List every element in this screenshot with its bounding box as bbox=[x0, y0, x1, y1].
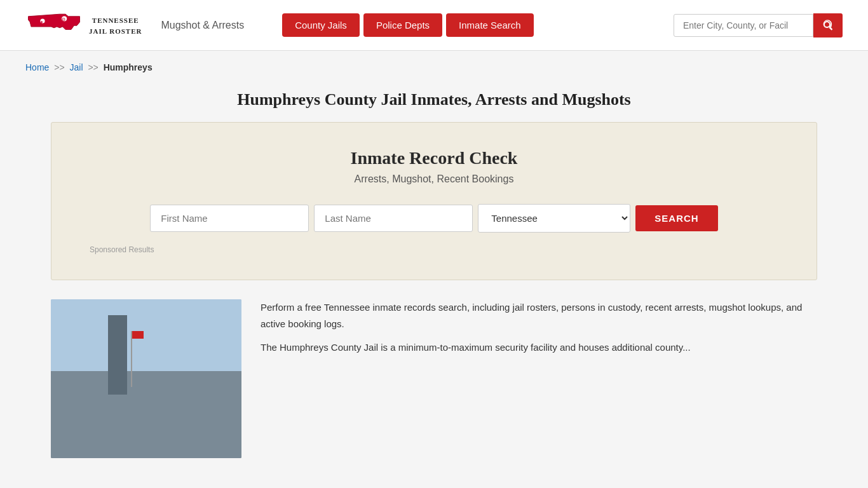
breadcrumb-sep1: >> bbox=[54, 62, 64, 72]
record-search-form: Tennessee Alabama Arkansas Georgia Kentu… bbox=[90, 204, 778, 233]
flag bbox=[132, 331, 144, 339]
search-icon bbox=[822, 20, 834, 31]
county-jails-button[interactable]: County Jails bbox=[282, 13, 360, 37]
first-name-input[interactable] bbox=[150, 205, 309, 232]
svg-text:⚙: ⚙ bbox=[62, 17, 65, 22]
site-header: ✦ ⚙ TENNESSEE JAIL ROSTER Mugshot & Arre… bbox=[0, 0, 868, 51]
inmate-record-check-box: Inmate Record Check Arrests, Mugshot, Re… bbox=[51, 122, 817, 280]
police-depts-button[interactable]: Police Depts bbox=[363, 13, 442, 37]
state-select[interactable]: Tennessee Alabama Arkansas Georgia Kentu… bbox=[478, 204, 630, 233]
flag-pole bbox=[131, 331, 132, 387]
logo-text-block: TENNESSEE JAIL ROSTER bbox=[89, 15, 142, 36]
last-name-input[interactable] bbox=[314, 205, 473, 232]
svg-text:✦: ✦ bbox=[40, 20, 43, 24]
header-search-input[interactable] bbox=[674, 14, 813, 37]
breadcrumb-home-link[interactable]: Home bbox=[25, 62, 49, 72]
logo-line1: TENNESSEE bbox=[89, 16, 142, 25]
breadcrumb-sep2: >> bbox=[88, 62, 98, 72]
content-paragraph-1: Perform a free Tennessee inmate records … bbox=[261, 299, 817, 332]
breadcrumb-current: Humphreys bbox=[104, 62, 153, 72]
record-check-subtitle: Arrests, Mugshot, Recent Bookings bbox=[90, 173, 778, 185]
content-text-area: Perform a free Tennessee inmate records … bbox=[261, 299, 817, 363]
jail-building-image bbox=[51, 299, 241, 458]
main-nav: County Jails Police Depts Inmate Search bbox=[282, 13, 533, 37]
breadcrumb-jail-link[interactable]: Jail bbox=[70, 62, 83, 72]
inmate-search-button[interactable]: Inmate Search bbox=[446, 13, 534, 37]
breadcrumb: Home >> Jail >> Humphreys bbox=[0, 51, 868, 84]
content-section: Perform a free Tennessee inmate records … bbox=[0, 299, 868, 484]
building-illustration bbox=[51, 299, 241, 458]
record-search-button[interactable]: SEARCH bbox=[635, 205, 717, 231]
sponsored-label: Sponsored Results bbox=[90, 245, 778, 254]
state-shape-icon: ✦ ⚙ bbox=[25, 10, 83, 38]
logo-image: ✦ ⚙ bbox=[25, 10, 83, 41]
record-check-heading: Inmate Record Check bbox=[90, 148, 778, 168]
page-title: Humphreys County Jail Inmates, Arrests a… bbox=[0, 84, 868, 122]
content-paragraph-2: The Humphreys County Jail is a minimum-t… bbox=[261, 339, 817, 356]
logo-area[interactable]: ✦ ⚙ TENNESSEE JAIL ROSTER bbox=[25, 10, 142, 41]
header-search-area bbox=[674, 13, 843, 37]
logo-line2: JAIL ROSTER bbox=[89, 27, 142, 36]
nav-text-label: Mugshot & Arrests bbox=[161, 20, 244, 31]
header-search-button[interactable] bbox=[813, 13, 843, 37]
